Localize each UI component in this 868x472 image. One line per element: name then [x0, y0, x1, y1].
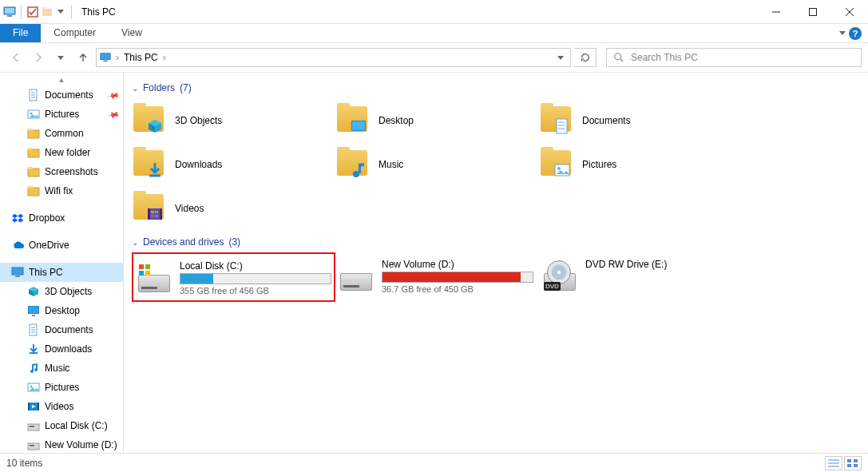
folder-item[interactable]: Desktop — [335, 98, 539, 142]
group-title: Devices and drives — [143, 236, 224, 248]
sidebar-item[interactable]: Pictures📌 — [0, 105, 123, 124]
folder-item[interactable]: Downloads — [132, 142, 335, 186]
sidebar-item[interactable]: Screenshots — [0, 162, 123, 181]
drive-free-text: 36.7 GB free of 450 GB — [382, 284, 536, 294]
statusbar: 10 items — [0, 453, 868, 472]
drive-item[interactable]: DVDDVD RW Drive (E:) — [539, 252, 743, 302]
nav-recent-dropdown[interactable] — [51, 48, 70, 67]
tab-view[interactable]: View — [109, 24, 155, 42]
sidebar-item[interactable]: Pictures — [0, 378, 123, 397]
content-pane[interactable]: ⌄ Folders (7) 3D ObjectsDesktopDocuments… — [124, 73, 868, 453]
svg-point-19 — [30, 113, 33, 115]
folder-item[interactable]: Pictures — [539, 142, 743, 186]
search-box[interactable]: Search This PC — [606, 48, 862, 67]
sidebar-item[interactable]: Videos — [0, 397, 123, 416]
folder-icon — [539, 147, 574, 182]
sidebar-item-label: Music — [45, 363, 69, 374]
folder-item[interactable]: Videos — [132, 186, 335, 230]
drive-item[interactable]: Local Disk (C:)355 GB free of 456 GB — [132, 252, 335, 302]
pin-icon: 📌 — [107, 89, 120, 101]
svg-rect-46 — [30, 445, 34, 446]
breadcrumb-segment[interactable]: This PC — [124, 52, 158, 63]
address-history-dropdown[interactable] — [557, 56, 564, 60]
svg-point-54 — [353, 171, 359, 177]
minimize-button[interactable] — [758, 0, 795, 24]
ribbon-expand-icon[interactable] — [839, 31, 846, 35]
close-button[interactable] — [831, 0, 868, 24]
qat-newfolder-icon[interactable] — [41, 6, 54, 18]
svg-point-39 — [30, 386, 33, 388]
svg-rect-74 — [847, 464, 851, 467]
sidebar-item[interactable]: Common — [0, 124, 123, 143]
refresh-button[interactable] — [574, 48, 597, 67]
svg-rect-22 — [28, 149, 39, 157]
folder-icon — [335, 103, 371, 138]
sidebar-item[interactable]: Documents — [0, 320, 123, 339]
chevron-right-icon[interactable]: › — [116, 52, 119, 63]
sidebar-item-label: Wifi fix — [45, 185, 73, 196]
sidebar-item[interactable]: Downloads — [0, 339, 123, 359]
view-details-button[interactable] — [825, 456, 842, 470]
folder-icon — [539, 103, 574, 138]
svg-rect-67 — [139, 271, 144, 276]
folder-item[interactable]: Music — [335, 142, 539, 186]
disk-icon — [27, 438, 40, 451]
sidebar-item[interactable]: Local Disk (C:) — [0, 416, 123, 435]
svg-rect-63 — [151, 215, 154, 217]
svg-point-12 — [615, 54, 621, 60]
sidebar-item[interactable]: Documents📌 — [0, 85, 123, 105]
svg-rect-49 — [557, 119, 567, 133]
qat-dropdown-icon[interactable] — [55, 10, 66, 14]
group-header-folders[interactable]: ⌄ Folders (7) — [132, 82, 860, 93]
sidebar-item[interactable]: Wifi fix — [0, 181, 123, 200]
maximize-button[interactable] — [795, 0, 831, 24]
scroll-up-icon[interactable]: ▲ — [0, 76, 123, 85]
ribbon-tabs: File Computer View ? — [0, 24, 868, 43]
folder-icon — [132, 103, 167, 138]
drive-label: New Volume (D:) — [382, 259, 536, 270]
sidebar-item[interactable]: 3D Objects — [0, 282, 123, 301]
pic-icon — [27, 381, 40, 394]
chevron-right-icon[interactable]: › — [163, 52, 166, 63]
help-icon[interactable]: ? — [849, 27, 862, 40]
sidebar-item[interactable]: This PC — [0, 263, 123, 282]
sidebar-item[interactable]: New Volume (D:) — [0, 435, 123, 453]
sidebar-item-label: Pictures — [45, 109, 79, 120]
pic-icon — [27, 108, 40, 121]
tab-computer[interactable]: Computer — [41, 24, 109, 42]
view-largeicons-button[interactable] — [844, 456, 862, 470]
svg-rect-7 — [810, 8, 817, 15]
nav-forward-button[interactable] — [29, 48, 48, 67]
qat-properties-icon[interactable] — [26, 6, 39, 18]
sidebar-item[interactable]: OneDrive — [0, 236, 123, 255]
svg-rect-41 — [28, 403, 30, 411]
3d-icon — [27, 285, 40, 298]
sidebar-item-label: Dropbox — [29, 212, 65, 224]
sidebar-item-label: New Volume (D:) — [45, 439, 117, 450]
doc-icon — [27, 323, 40, 336]
address-bar[interactable]: › This PC › — [96, 48, 571, 67]
sidebar-item-label: This PC — [29, 267, 63, 278]
sidebar-item[interactable]: Music — [0, 359, 123, 378]
folder-item[interactable]: Documents — [539, 98, 743, 142]
sidebar-item[interactable]: Desktop — [0, 301, 123, 320]
folder-item[interactable]: 3D Objects — [132, 98, 335, 142]
group-header-drives[interactable]: ⌄ Devices and drives (3) — [132, 236, 860, 248]
group-count: (7) — [180, 82, 192, 93]
svg-rect-1 — [5, 8, 14, 14]
music-icon — [27, 362, 40, 375]
nav-up-button[interactable] — [73, 48, 93, 67]
sidebar-item-label: Documents — [45, 89, 93, 101]
sidebar-item[interactable]: New folder — [0, 143, 123, 162]
folder-icon — [27, 146, 40, 159]
svg-rect-2 — [7, 15, 12, 17]
tab-file[interactable]: File — [0, 24, 41, 42]
nav-sidebar[interactable]: ▲ Documents📌Pictures📌CommonNew folderScr… — [0, 73, 124, 453]
svg-rect-60 — [160, 208, 162, 220]
folder-icon — [132, 147, 167, 182]
nav-back-button[interactable] — [6, 48, 26, 67]
drive-item[interactable]: New Volume (D:)36.7 GB free of 450 GB — [335, 252, 539, 302]
svg-rect-23 — [28, 148, 33, 150]
drive-usage-bar — [180, 273, 331, 284]
sidebar-item[interactable]: Dropbox — [0, 208, 123, 228]
